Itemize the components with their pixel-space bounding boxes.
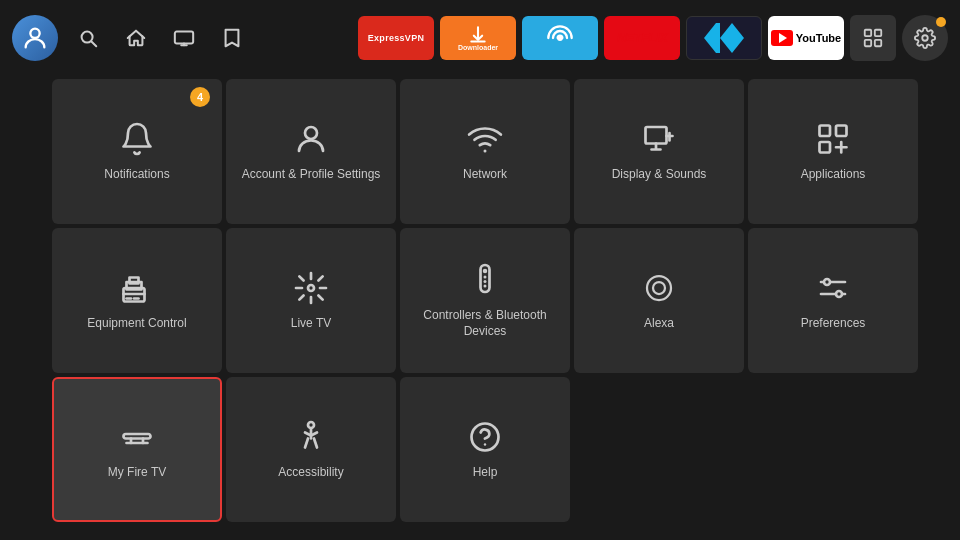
svg-line-2 <box>92 41 97 46</box>
applications-label: Applications <box>793 167 874 183</box>
svg-point-1 <box>82 31 93 42</box>
nav-apps: ExpressVPN Downloader NETFLIX <box>358 15 948 61</box>
bookmark-icon[interactable] <box>214 20 250 56</box>
grid-cell-alexa[interactable]: Alexa <box>574 228 744 373</box>
youtube-label: YouTube <box>796 32 841 44</box>
alexa-icon <box>641 270 677 306</box>
app-send-to-tv[interactable] <box>522 16 598 60</box>
app-netflix[interactable]: NETFLIX <box>604 16 680 60</box>
fire-tv-icon <box>119 419 155 455</box>
grid-cell-display-sounds[interactable]: Display & Sounds <box>574 79 744 224</box>
downloader-label: Downloader <box>458 44 498 51</box>
svg-point-39 <box>824 279 830 285</box>
svg-rect-13 <box>875 29 881 35</box>
svg-rect-25 <box>130 277 139 283</box>
remote-icon <box>467 262 503 298</box>
network-label: Network <box>455 167 515 183</box>
grid-cell-applications[interactable]: Applications <box>748 79 918 224</box>
svg-point-46 <box>472 423 499 450</box>
grid-cell-accessibility[interactable]: Accessibility <box>226 377 396 522</box>
help-label: Help <box>465 465 506 481</box>
svg-marker-11 <box>732 23 744 53</box>
top-nav: ExpressVPN Downloader NETFLIX <box>0 0 960 75</box>
youtube-logo: YouTube <box>771 30 841 46</box>
grid-cell-network[interactable]: Network <box>400 79 570 224</box>
svg-point-40 <box>836 291 842 297</box>
netflix-label: NETFLIX <box>617 30 668 45</box>
grid-cell-controllers-bluetooth[interactable]: Controllers & Bluetooth Devices <box>400 228 570 373</box>
grid-cell-preferences[interactable]: Preferences <box>748 228 918 373</box>
svg-point-7 <box>558 36 562 40</box>
tv-icon[interactable] <box>166 20 202 56</box>
svg-point-45 <box>308 422 314 428</box>
svg-point-17 <box>305 127 317 139</box>
app-youtube[interactable]: YouTube <box>768 16 844 60</box>
search-icon[interactable] <box>70 20 106 56</box>
controllers-bluetooth-label: Controllers & Bluetooth Devices <box>400 308 570 339</box>
preferences-label: Preferences <box>793 316 874 332</box>
svg-point-35 <box>647 276 671 300</box>
preferences-icon <box>815 270 851 306</box>
grid-cell-equipment-control[interactable]: Equipment Control <box>52 228 222 373</box>
grid-cell-notifications[interactable]: 4 Notifications <box>52 79 222 224</box>
expressvpn-label: ExpressVPN <box>368 33 425 43</box>
display-icon <box>641 121 677 157</box>
equipment-icon <box>119 270 155 306</box>
svg-point-36 <box>653 282 665 294</box>
svg-point-29 <box>308 285 314 291</box>
my-fire-tv-label: My Fire TV <box>100 465 174 481</box>
svg-rect-15 <box>875 39 881 45</box>
live-tv-icon <box>293 270 329 306</box>
svg-rect-10 <box>716 23 720 53</box>
svg-rect-19 <box>646 127 667 144</box>
grid-cell-live-tv[interactable]: Live TV <box>226 228 396 373</box>
nav-left <box>12 15 250 61</box>
svg-point-18 <box>484 149 487 152</box>
settings-grid: 4 Notifications Account & Profile Settin… <box>0 75 960 526</box>
svg-rect-3 <box>175 31 193 43</box>
bell-icon <box>119 121 155 157</box>
svg-rect-41 <box>124 434 151 439</box>
svg-marker-8 <box>704 23 716 53</box>
live-tv-label: Live TV <box>283 316 339 332</box>
home-icon[interactable] <box>118 20 154 56</box>
notifications-label: Notifications <box>96 167 177 183</box>
settings-notification-dot <box>936 17 946 27</box>
svg-point-0 <box>30 28 39 37</box>
svg-rect-12 <box>865 29 871 35</box>
accessibility-label: Accessibility <box>270 465 351 481</box>
svg-rect-21 <box>836 125 847 136</box>
avatar[interactable] <box>12 15 58 61</box>
svg-point-16 <box>922 35 928 41</box>
notifications-badge: 4 <box>190 87 210 107</box>
app-grid-button[interactable] <box>850 15 896 61</box>
wifi-icon <box>467 121 503 157</box>
alexa-label: Alexa <box>636 316 682 332</box>
account-icon <box>293 121 329 157</box>
help-icon <box>467 419 503 455</box>
svg-point-47 <box>484 443 486 445</box>
svg-marker-9 <box>720 23 732 53</box>
applications-icon <box>815 121 851 157</box>
equipment-control-label: Equipment Control <box>79 316 194 332</box>
grid-cell-help[interactable]: Help <box>400 377 570 522</box>
svg-rect-20 <box>820 125 831 136</box>
grid-cell-account[interactable]: Account & Profile Settings <box>226 79 396 224</box>
app-expressvpn[interactable]: ExpressVPN <box>358 16 434 60</box>
app-downloader[interactable]: Downloader <box>440 16 516 60</box>
svg-rect-14 <box>865 39 871 45</box>
accessibility-icon <box>293 419 329 455</box>
app-kodi[interactable] <box>686 16 762 60</box>
svg-rect-22 <box>820 142 831 153</box>
grid-cell-my-fire-tv[interactable]: My Fire TV <box>52 377 222 522</box>
account-label: Account & Profile Settings <box>234 167 389 183</box>
display-sounds-label: Display & Sounds <box>604 167 715 183</box>
settings-button[interactable] <box>902 15 948 61</box>
